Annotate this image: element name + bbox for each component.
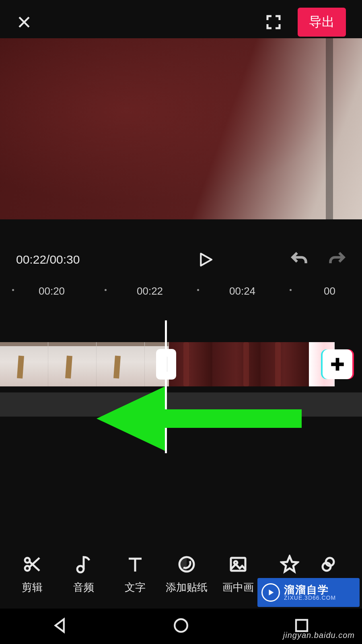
nav-back-button[interactable] xyxy=(52,617,69,636)
fullscreen-button[interactable] xyxy=(265,14,282,30)
sticker-icon xyxy=(177,555,196,574)
circle-home-icon xyxy=(173,617,189,634)
text-icon xyxy=(125,555,145,574)
tool-text[interactable]: 文字 xyxy=(109,555,161,594)
close-button[interactable] xyxy=(16,14,32,30)
clip-thumbnail[interactable] xyxy=(261,342,309,386)
redo-icon xyxy=(328,250,346,268)
svg-rect-5 xyxy=(231,558,245,571)
clip-thumbnail[interactable] xyxy=(48,342,97,386)
playhead[interactable] xyxy=(165,320,167,453)
tool-label: 画中画 xyxy=(222,580,254,594)
time-display: 00:22/00:30 xyxy=(16,253,121,266)
timeline-ruler[interactable]: 00:20 00:22 00:24 00 xyxy=(0,282,362,306)
tool-label: 剪辑 xyxy=(22,580,43,594)
undo-button[interactable] xyxy=(290,250,308,269)
top-bar: 导出 xyxy=(0,0,362,44)
plus-icon xyxy=(329,356,346,373)
triangle-back-icon xyxy=(52,617,69,634)
watermark-play-icon xyxy=(261,583,280,602)
tool-pip[interactable]: 画中画 xyxy=(212,555,264,594)
scissors-icon xyxy=(23,555,42,574)
undo-icon xyxy=(290,250,308,268)
tool-audio[interactable]: 音频 xyxy=(58,555,109,594)
video-editor-app: 导出 00:22/00:30 00:20 00:22 00:24 0 xyxy=(0,0,362,644)
audio-track[interactable] xyxy=(0,392,362,417)
image-icon xyxy=(228,555,248,574)
svg-point-9 xyxy=(175,619,187,632)
svg-rect-10 xyxy=(296,620,307,631)
video-preview[interactable] xyxy=(0,38,362,219)
watermark-title: 溜溜自学 xyxy=(284,584,336,595)
top-right-group: 导出 xyxy=(265,8,346,37)
star-icon xyxy=(280,555,299,574)
playback-bar: 00:22/00:30 xyxy=(0,237,362,282)
tool-label: 添加贴纸 xyxy=(166,580,208,594)
clip-thumbnail[interactable] xyxy=(212,342,261,386)
tool-edit[interactable]: 剪辑 xyxy=(6,555,58,594)
tool-sticker[interactable]: 添加贴纸 xyxy=(161,555,212,594)
clip-thumbnail[interactable] xyxy=(97,342,145,386)
ruler-tick: 00:20 xyxy=(39,285,65,297)
play-button[interactable] xyxy=(121,250,290,269)
filter-icon xyxy=(320,555,339,574)
play-icon xyxy=(197,250,214,269)
undo-redo-group xyxy=(290,250,346,269)
fullscreen-icon xyxy=(265,14,282,30)
add-clip-button[interactable] xyxy=(323,349,352,379)
close-icon xyxy=(17,15,31,29)
timeline-track[interactable] xyxy=(0,342,362,386)
ruler-tick: 00 xyxy=(324,285,335,297)
credit-text: jingyan.baidu.com xyxy=(283,631,355,640)
ruler-tick: 00:24 xyxy=(229,285,255,297)
music-note-icon xyxy=(74,555,93,574)
ruler-tick: 00:22 xyxy=(137,285,163,297)
system-nav-bar: jingyan.baidu.com xyxy=(0,609,362,644)
clip-thumbnail[interactable] xyxy=(0,342,48,386)
nav-home-button[interactable] xyxy=(173,617,189,636)
tool-label: 音频 xyxy=(73,580,94,594)
tool-label: 文字 xyxy=(125,580,146,594)
redo-button[interactable] xyxy=(328,250,346,269)
export-button[interactable]: 导出 xyxy=(298,8,346,37)
watermark-badge: 溜溜自学 ZIXUE.3D66.COM xyxy=(257,578,360,607)
watermark-subtitle: ZIXUE.3D66.COM xyxy=(284,595,336,601)
